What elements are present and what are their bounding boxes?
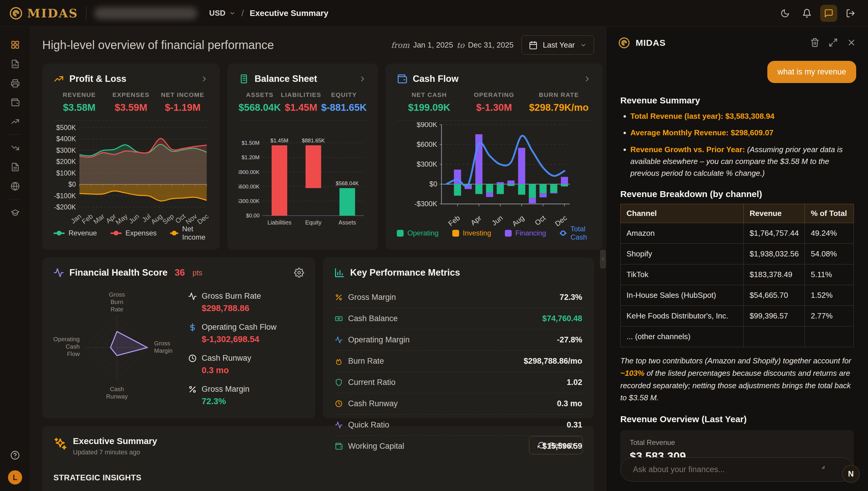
table-row: Shopify$1,938,032.5654.08% <box>621 244 854 264</box>
exec-summary-title: Executive Summary <box>73 436 157 446</box>
stat-revenue: REVENUE$3.58M <box>54 91 105 113</box>
sidebar-item-grid[interactable] <box>7 36 23 53</box>
currency-selector[interactable]: USD <box>209 8 236 18</box>
svg-text:$100K: $100K <box>56 169 76 177</box>
balance-sheet-chart: $1.50M$1.20M$900.00K$600.00K$300.00K$0.0… <box>239 122 367 239</box>
date-range: from Jan 1, 2025 to Dec 31, 2025 <box>391 40 514 50</box>
clear-chat-button[interactable] <box>810 38 819 48</box>
sidebar-item-printer[interactable] <box>7 75 23 91</box>
close-panel-button[interactable] <box>847 38 856 48</box>
health-radar-chart: GrossBurnRateGrossMarginCashRunwayOperat… <box>54 285 180 408</box>
sidebar-item-globe[interactable] <box>7 178 23 194</box>
svg-text:Aug: Aug <box>511 213 526 227</box>
sidebar-item-grad-cap[interactable] <box>7 204 23 221</box>
grad-cap-icon <box>11 208 20 217</box>
main-content: High-level overview of financial perform… <box>30 27 606 491</box>
flame-icon <box>335 357 343 365</box>
bullet-revenue-growth: Revenue Growth vs. Prior Year: (Assuming… <box>630 144 854 179</box>
svg-text:$300.00K: $300.00K <box>239 198 259 204</box>
refresh-button[interactable]: Refresh <box>529 436 583 454</box>
chat-input[interactable] <box>632 465 842 474</box>
svg-text:-$100K: -$100K <box>54 192 76 200</box>
exec-summary-updated: Updated 7 minutes ago <box>73 449 157 456</box>
metric-operating-cash-flow: Operating Cash Flow $-1,302,698.54 <box>188 323 277 344</box>
financial-health-card: Financial Health Score 36 pts GrossBurnR… <box>42 257 315 418</box>
activity-icon <box>188 292 197 301</box>
sidebar-item-trend-down[interactable] <box>7 139 23 156</box>
chat-icon <box>824 8 833 18</box>
svg-text:$900K: $900K <box>416 122 437 128</box>
metric-cash-runway: Cash Runway 0.3 mo <box>188 354 277 375</box>
logout-button[interactable] <box>842 5 859 22</box>
svg-text:$1.20M: $1.20M <box>242 154 260 161</box>
sidebar-divider <box>7 199 22 199</box>
assistant-message: Revenue Summary Total Revenue (last year… <box>606 83 868 476</box>
key-performance-metrics-card: Key Performance Metrics Gross Margin72.3… <box>323 257 594 418</box>
legend-item[interactable]: Revenue <box>54 229 97 237</box>
kpm-row-current-ratio: Current Ratio1.02 <box>334 372 583 393</box>
legend-item[interactable]: Total Cash <box>560 225 591 241</box>
dollar-icon <box>188 323 197 332</box>
expand-icon <box>829 38 838 47</box>
sparkles-icon <box>54 437 67 451</box>
page-title: High-level overview of financial perform… <box>42 38 274 52</box>
svg-text:$200K: $200K <box>56 158 76 166</box>
sidebar: L <box>0 27 30 491</box>
file-text-icon <box>11 163 20 172</box>
svg-text:$600.00K: $600.00K <box>239 184 259 190</box>
svg-text:May: May <box>114 212 129 226</box>
svg-text:Oct: Oct <box>533 213 547 227</box>
svg-text:$568.04K: $568.04K <box>336 180 359 186</box>
notifications-button[interactable] <box>798 5 815 22</box>
legend-item[interactable]: Net Income <box>170 225 209 241</box>
svg-text:Feb: Feb <box>447 213 461 227</box>
card-title: Balance Sheet <box>254 74 317 84</box>
chevron-right-icon[interactable] <box>359 75 367 83</box>
sidebar-item-file-text[interactable] <box>7 158 23 175</box>
col-channel: Channel <box>621 204 744 223</box>
balance-sheet-card: Balance Sheet ASSETS$568.04K LIABILITIES… <box>227 63 378 250</box>
chevron-right-icon[interactable] <box>200 75 209 83</box>
sidebar-item-wallet[interactable] <box>7 94 23 111</box>
svg-text:-$300K: -$300K <box>414 200 437 208</box>
legend-item[interactable]: Investing <box>452 229 491 237</box>
chat-button[interactable] <box>820 5 837 22</box>
table-row: TikTok$183,378.495.11% <box>621 264 854 285</box>
help-button[interactable] <box>8 449 22 462</box>
to-label: to <box>457 41 464 50</box>
theme-toggle-button[interactable] <box>776 5 794 22</box>
cash-flow-legend: OperatingInvestingFinancingTotal Cash <box>397 227 591 239</box>
percent-icon <box>335 293 343 301</box>
profit-loss-card: Profit & Loss REVENUE$3.58M EXPENSES$3.5… <box>42 63 220 250</box>
date-range-select[interactable]: Last Year <box>521 35 594 55</box>
resize-grip-icon[interactable] <box>819 464 825 469</box>
bell-icon <box>802 8 812 18</box>
svg-text:-$200K: -$200K <box>54 203 76 211</box>
chevron-down-icon <box>580 42 587 49</box>
avatar[interactable]: L <box>8 470 22 485</box>
legend-item[interactable]: Expenses <box>111 229 156 237</box>
svg-text:OperatingCashFlow: OperatingCashFlow <box>54 336 80 357</box>
card-title: Key Performance Metrics <box>350 267 460 278</box>
from-label: from <box>391 41 409 50</box>
panel-resize-handle[interactable] <box>600 250 606 268</box>
chevron-right-icon[interactable] <box>583 75 591 83</box>
wallet-icon <box>397 74 407 84</box>
svg-text:$0: $0 <box>429 180 437 188</box>
calendar-icon <box>529 41 538 50</box>
legend-item[interactable]: Financing <box>505 229 546 237</box>
clock-icon <box>335 400 343 408</box>
legend-item[interactable]: Operating <box>397 229 438 237</box>
shield-icon <box>335 378 343 386</box>
gear-icon[interactable] <box>294 268 304 278</box>
user-message-bubble: what is my revenue <box>767 61 856 83</box>
kpm-row-quick-ratio: Quick Ratio0.31 <box>334 414 583 436</box>
svg-text:GrossMargin: GrossMargin <box>154 340 173 354</box>
globe-icon <box>11 182 20 191</box>
sidebar-item-trend-up[interactable] <box>7 113 23 130</box>
chat-fab-button[interactable]: N <box>842 465 860 483</box>
svg-text:Assets: Assets <box>339 219 356 226</box>
stat-expenses: EXPENSES$3.59M <box>105 91 157 113</box>
sidebar-item-file-chart[interactable] <box>7 56 23 72</box>
expand-panel-button[interactable] <box>829 38 838 48</box>
